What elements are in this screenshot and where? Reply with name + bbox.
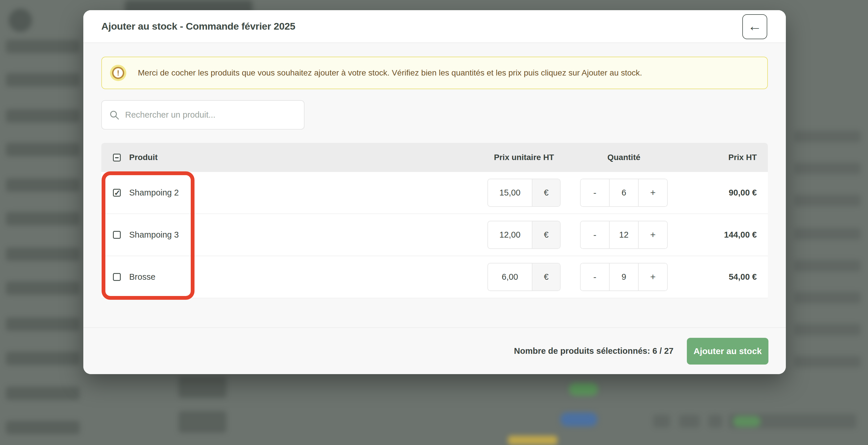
backdrop-sidebar-item [6, 109, 80, 123]
backdrop-sidebar-item [6, 73, 80, 87]
product-name: Brosse [129, 272, 488, 282]
decrement-button[interactable]: - [581, 179, 609, 206]
backdrop-menu-icon [9, 9, 32, 32]
row-checkbox[interactable] [113, 273, 121, 281]
backdrop-table-row [794, 260, 861, 272]
unit-price-input-group: 15,00 € [488, 179, 561, 207]
selection-summary: Nombre de produits sélectionnés: 6 / 27 [514, 346, 674, 356]
notice-banner: ! Merci de cocher les produits que vous … [101, 57, 768, 89]
currency-suffix: € [532, 263, 560, 291]
backdrop-table-row [794, 163, 861, 174]
table-row: Brosse 6,00 € - 9 + 54,00 € [101, 256, 768, 298]
modal-body: ! Merci de cocher les produits que vous … [83, 43, 786, 327]
quantity-value[interactable]: 9 [609, 263, 639, 291]
backdrop-button [653, 415, 670, 427]
backdrop-table-row [794, 356, 861, 367]
product-name: Shampoing 2 [129, 188, 488, 198]
product-table: Produit Prix unitaire HT Quantité Prix H… [101, 143, 768, 298]
row-total-price: 90,00 € [668, 188, 757, 198]
product-name: Shampoing 3 [129, 230, 488, 240]
unit-price-input-group: 12,00 € [488, 221, 561, 249]
backdrop-table-row [794, 195, 861, 206]
product-search [101, 100, 305, 129]
backdrop-sidebar-item [6, 212, 80, 226]
backdrop-sidebar-item [6, 352, 80, 365]
unit-price-input[interactable]: 6,00 [488, 263, 532, 291]
row-checkbox[interactable] [113, 189, 121, 197]
search-input[interactable] [125, 110, 297, 120]
column-header-total-price: Prix HT [668, 153, 757, 162]
currency-suffix: € [532, 221, 560, 248]
back-button[interactable]: ← [742, 14, 767, 39]
backdrop-green-badge [733, 416, 761, 427]
table-row: Shampoing 2 15,00 € - 6 + 90,00 € [101, 172, 768, 214]
backdrop-sidebar-item [6, 421, 80, 434]
decrement-button[interactable]: - [581, 263, 609, 291]
add-to-stock-modal: Ajouter au stock - Commande février 2025… [83, 10, 786, 374]
modal-footer: Nombre de produits sélectionnés: 6 / 27 … [83, 327, 786, 374]
column-header-product: Produit [129, 153, 488, 162]
backdrop-green-badge [569, 383, 598, 396]
modal-title: Ajouter au stock - Commande février 2025 [101, 21, 295, 32]
quantity-stepper: - 6 + [580, 179, 668, 207]
notice-text: Merci de cocher les produits que vous so… [138, 68, 642, 78]
backdrop-table-row [794, 131, 861, 142]
quantity-value[interactable]: 6 [609, 179, 639, 206]
row-total-price: 54,00 € [668, 272, 757, 282]
unit-price-input[interactable]: 15,00 [488, 179, 532, 206]
backdrop-button [679, 415, 700, 427]
backdrop-sidebar-item [6, 318, 80, 331]
backdrop-table-row [794, 292, 861, 303]
increment-button[interactable]: + [639, 221, 667, 248]
backdrop-table-row [794, 324, 861, 335]
unit-price-input[interactable]: 12,00 [488, 221, 532, 248]
backdrop-sidebar-item [6, 281, 80, 295]
table-header-row: Produit Prix unitaire HT Quantité Prix H… [101, 143, 768, 172]
backdrop-button [708, 415, 722, 427]
back-arrow-icon: ← [748, 19, 762, 33]
backdrop-sidebar-item [6, 247, 80, 261]
backdrop-sidebar-item [6, 178, 80, 192]
warning-icon: ! [110, 65, 126, 81]
backdrop-card [179, 411, 226, 433]
backdrop-sidebar-item [6, 143, 80, 156]
increment-button[interactable]: + [639, 179, 667, 206]
column-header-unit-price: Prix unitaire HT [488, 153, 561, 162]
backdrop-sidebar-item [6, 40, 80, 53]
add-to-stock-button[interactable]: Ajouter au stock [687, 338, 768, 364]
increment-button[interactable]: + [639, 263, 667, 291]
backdrop-sidebar-item [6, 387, 80, 400]
quantity-value[interactable]: 12 [609, 221, 639, 248]
quantity-stepper: - 12 + [580, 221, 668, 249]
unit-price-input-group: 6,00 € [488, 263, 561, 291]
quantity-stepper: - 9 + [580, 263, 668, 291]
column-header-quantity: Quantité [580, 153, 668, 162]
decrement-button[interactable]: - [581, 221, 609, 248]
select-all-checkbox[interactable] [113, 154, 121, 161]
backdrop-card [179, 376, 226, 398]
table-row: Shampoing 3 12,00 € - 12 + 144,00 € [101, 214, 768, 256]
row-total-price: 144,00 € [668, 230, 757, 240]
search-icon [110, 110, 119, 120]
currency-suffix: € [532, 179, 560, 206]
backdrop-table-row [794, 228, 861, 240]
backdrop-yellow-badge [508, 436, 557, 445]
modal-header: Ajouter au stock - Commande février 2025… [83, 10, 786, 43]
backdrop-blue-badge [560, 412, 597, 426]
row-checkbox[interactable] [113, 231, 121, 239]
